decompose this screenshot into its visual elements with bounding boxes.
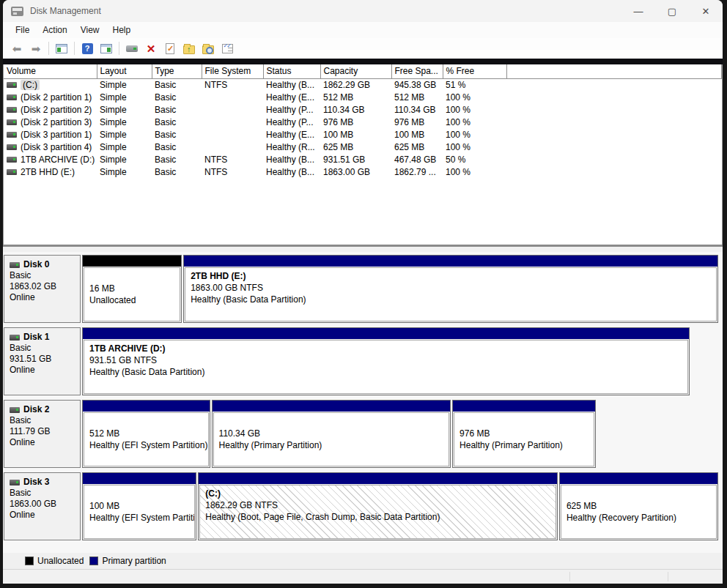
disk-2-label[interactable]: Disk 2 Basic 111.79 GB Online (4, 400, 81, 468)
partition-e-drive[interactable]: 2TB HHD (E:) 1863.00 GB NTFS Healthy (Ba… (183, 255, 718, 323)
partition-size: 110.34 GB (219, 428, 444, 439)
back-button[interactable]: ⬅ (7, 40, 26, 57)
partition-c-drive[interactable]: (C:) 1862.29 GB NTFS Healthy (Boot, Page… (198, 472, 558, 540)
table-row[interactable]: 1TB ARCHIVE (D:) Simple Basic NTFS Healt… (4, 153, 722, 165)
help-button[interactable]: ? (78, 40, 97, 57)
cell-capacity: 110.34 GB (320, 103, 391, 116)
legend-primary-partition: Primary partition (89, 556, 166, 566)
partition-band (83, 401, 210, 412)
open-parent-folder-button[interactable] (180, 40, 199, 57)
partition-band (184, 256, 717, 267)
document-check-icon (166, 43, 174, 54)
cell-file-system (202, 141, 263, 153)
disk-icon (10, 262, 20, 268)
disk-graph-pane: Disk 0 Basic 1863.02 GB Online 16 MB Una… (3, 252, 723, 553)
legend-label: Unallocated (37, 556, 84, 566)
col-header-file-system[interactable]: File System (202, 64, 263, 78)
delete-volume-button[interactable]: ✕ (141, 40, 160, 57)
cell-status: Healthy (P... (263, 116, 320, 128)
partition-status: Healthy (EFI System Partition) (89, 512, 189, 524)
disk-kind: Basic (10, 415, 75, 426)
partition-efi-system[interactable]: 512 MB Healthy (EFI System Partition) (82, 400, 210, 468)
col-header-pct-free[interactable]: % Free (443, 64, 506, 78)
partition-status: Healthy (Boot, Page File, Crash Dump, Ba… (205, 511, 550, 523)
cell-file-system: NTFS (202, 165, 263, 178)
partition-band (83, 473, 196, 484)
explore-folder-button[interactable] (199, 40, 218, 57)
cell-file-system: NTFS (202, 153, 263, 165)
col-header-free-space[interactable]: Free Spa... (391, 64, 443, 78)
disk-size: 931.51 GB (10, 354, 75, 365)
volume-table: Volume Layout Type File System Status Ca… (4, 64, 722, 178)
disk-icon (10, 335, 20, 340)
partition-size: 976 MB (460, 428, 588, 439)
partition-band (213, 401, 451, 412)
table-row[interactable]: (C:) Simple Basic NTFS Healthy (B... 186… (4, 78, 722, 91)
maximize-button[interactable]: ▢ (655, 0, 689, 22)
forward-button[interactable]: ➡ (26, 40, 45, 57)
cell-free-space: 1862.79 ... (391, 165, 443, 178)
disk-state: Online (10, 292, 75, 303)
cell-layout: Simple (97, 103, 152, 116)
cell-layout: Simple (97, 78, 152, 91)
menu-file[interactable]: File (9, 23, 36, 37)
minimize-button[interactable]: — (621, 0, 655, 22)
col-header-layout[interactable]: Layout (97, 64, 152, 78)
disk-size: 1863.00 GB (10, 499, 75, 510)
partition-unallocated[interactable]: 16 MB Unallocated (82, 255, 182, 323)
table-row[interactable]: (Disk 2 partition 3) Simple Basic Health… (4, 116, 722, 128)
cell-pct-free: 100 % (443, 165, 506, 178)
disk-row-3: Disk 3 Basic 1863.00 GB Online 100 MB He… (4, 472, 722, 540)
cell-type: Basic (152, 91, 202, 103)
help-icon: ? (82, 43, 93, 54)
table-row[interactable]: (Disk 3 partition 4) Simple Basic Health… (4, 141, 722, 153)
disk-state: Online (10, 510, 75, 521)
delete-x-icon: ✕ (147, 43, 156, 54)
device-icon (126, 45, 138, 52)
cell-capacity: 931.51 GB (320, 153, 391, 165)
cell-free-space: 100 MB (391, 128, 443, 141)
partition-title: (C:) (205, 488, 550, 499)
col-header-status[interactable]: Status (263, 64, 320, 78)
partition-d-drive[interactable]: 1TB ARCHIVE (D:) 931.51 GB NTFS Healthy … (82, 327, 690, 395)
table-row[interactable]: 2TB HHD (E:) Simple Basic NTFS Healthy (… (4, 165, 722, 178)
disk-size: 1863.02 GB (10, 281, 75, 292)
partition-recovery[interactable]: 625 MB Healthy (Recovery Partition) (559, 472, 718, 540)
table-row[interactable]: (Disk 3 partition 1) Simple Basic Health… (4, 128, 722, 141)
cell-free-space: 945.38 GB (391, 78, 443, 91)
table-row[interactable]: (Disk 2 partition 1) Simple Basic Health… (4, 91, 722, 103)
cell-free-space: 467.48 GB (391, 153, 443, 165)
close-button[interactable]: ✕ (689, 0, 723, 22)
disk-1-label[interactable]: Disk 1 Basic 931.51 GB Online (4, 327, 81, 395)
partition-size: 931.51 GB NTFS (89, 354, 682, 366)
show-action-pane-button[interactable] (97, 40, 116, 57)
partition-primary[interactable]: 976 MB Healthy (Primary Partition) (452, 400, 596, 468)
col-header-volume[interactable]: Volume (4, 64, 97, 78)
volume-name: 2TB HHD (E:) (21, 167, 75, 177)
col-header-type[interactable]: Type (152, 64, 202, 78)
properties-button[interactable] (160, 40, 180, 57)
partition-primary[interactable]: 110.34 GB Healthy (Primary Partition) (212, 400, 451, 468)
menu-view[interactable]: View (74, 23, 106, 37)
cell-status: Healthy (B... (263, 78, 320, 91)
disk-3-label[interactable]: Disk 3 Basic 1863.00 GB Online (4, 472, 81, 540)
pane-splitter[interactable] (3, 245, 723, 252)
checklist-button[interactable] (218, 40, 237, 57)
table-row[interactable]: (Disk 2 partition 2) Simple Basic Health… (4, 103, 722, 116)
volume-icon (7, 82, 17, 88)
volume-name: (Disk 2 partition 2) (21, 105, 92, 115)
cell-file-system (202, 91, 263, 103)
cell-pct-free: 100 % (443, 116, 506, 128)
menu-help[interactable]: Help (106, 23, 138, 37)
device-status-button[interactable] (122, 40, 141, 57)
partition-band (453, 401, 595, 412)
menu-action[interactable]: Action (36, 23, 73, 37)
show-console-tree-button[interactable] (52, 40, 71, 57)
disk-0-label[interactable]: Disk 0 Basic 1863.02 GB Online (4, 255, 81, 323)
forward-arrow-icon: ➡ (32, 43, 41, 54)
disk-management-window: Disk Management — ▢ ✕ File Action View H… (3, 0, 723, 584)
table-header-row: Volume Layout Type File System Status Ca… (4, 64, 722, 78)
partition-efi-system[interactable]: 100 MB Healthy (EFI System Partition) (82, 472, 196, 540)
col-header-capacity[interactable]: Capacity (320, 64, 391, 78)
legend-bar: Unallocated Primary partition (3, 553, 723, 569)
